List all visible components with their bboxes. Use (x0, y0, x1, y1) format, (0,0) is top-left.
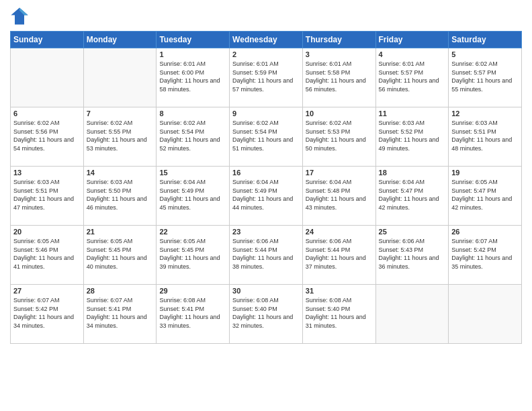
day-number: 30 (232, 287, 300, 295)
day-number: 20 (13, 228, 81, 236)
day-info: Sunrise: 6:07 AM Sunset: 5:42 PM Dayligh… (13, 296, 81, 330)
day-number: 24 (306, 228, 373, 236)
calendar-cell: 28Sunrise: 6:07 AM Sunset: 5:41 PM Dayli… (83, 285, 157, 344)
day-info: Sunrise: 6:01 AM Sunset: 5:57 PM Dayligh… (379, 60, 446, 93)
day-number: 11 (379, 109, 446, 118)
day-header-wednesday: Wednesday (230, 32, 303, 48)
day-number: 9 (232, 109, 300, 118)
logo-icon (10, 7, 29, 26)
day-number: 7 (87, 109, 154, 118)
day-info: Sunrise: 6:02 AM Sunset: 5:57 PM Dayligh… (451, 60, 519, 93)
day-number: 25 (379, 228, 446, 236)
calendar-cell: 2Sunrise: 6:01 AM Sunset: 5:59 PM Daylig… (230, 48, 303, 107)
calendar-cell: 17Sunrise: 6:04 AM Sunset: 5:48 PM Dayli… (302, 167, 375, 226)
day-info: Sunrise: 6:05 AM Sunset: 5:46 PM Dayligh… (13, 237, 81, 271)
day-info: Sunrise: 6:03 AM Sunset: 5:52 PM Dayligh… (379, 119, 446, 152)
calendar-cell: 27Sunrise: 6:07 AM Sunset: 5:42 PM Dayli… (11, 285, 84, 344)
calendar-cell: 19Sunrise: 6:05 AM Sunset: 5:47 PM Dayli… (449, 167, 522, 226)
day-info: Sunrise: 6:04 AM Sunset: 5:49 PM Dayligh… (159, 178, 226, 212)
day-number: 19 (451, 169, 519, 177)
header (10, 7, 522, 26)
calendar-cell: 22Sunrise: 6:05 AM Sunset: 5:45 PM Dayli… (157, 226, 230, 285)
day-info: Sunrise: 6:02 AM Sunset: 5:54 PM Dayligh… (232, 119, 300, 152)
day-info: Sunrise: 6:06 AM Sunset: 5:43 PM Dayligh… (379, 237, 446, 271)
calendar-cell (375, 285, 449, 344)
day-info: Sunrise: 6:01 AM Sunset: 5:59 PM Dayligh… (232, 60, 300, 93)
day-info: Sunrise: 6:07 AM Sunset: 5:42 PM Dayligh… (451, 237, 519, 271)
calendar-week-row: 1Sunrise: 6:01 AM Sunset: 6:00 PM Daylig… (11, 48, 522, 107)
day-number: 13 (13, 169, 81, 177)
calendar-cell: 7Sunrise: 6:02 AM Sunset: 5:55 PM Daylig… (83, 107, 157, 167)
day-info: Sunrise: 6:03 AM Sunset: 5:50 PM Dayligh… (87, 178, 154, 212)
day-info: Sunrise: 6:05 AM Sunset: 5:45 PM Dayligh… (159, 237, 226, 271)
day-info: Sunrise: 6:08 AM Sunset: 5:40 PM Dayligh… (306, 296, 373, 330)
calendar-cell: 11Sunrise: 6:03 AM Sunset: 5:52 PM Dayli… (375, 107, 449, 167)
calendar-cell: 5Sunrise: 6:02 AM Sunset: 5:57 PM Daylig… (449, 48, 522, 107)
day-number: 17 (306, 169, 373, 177)
day-number: 27 (13, 287, 81, 295)
day-number: 4 (379, 50, 446, 58)
day-header-thursday: Thursday (302, 32, 375, 48)
day-header-monday: Monday (83, 32, 157, 48)
page: SundayMondayTuesdayWednesdayThursdayFrid… (0, 0, 532, 411)
day-header-tuesday: Tuesday (157, 32, 230, 48)
calendar-week-row: 20Sunrise: 6:05 AM Sunset: 5:46 PM Dayli… (11, 226, 522, 285)
day-number: 26 (451, 228, 519, 236)
day-info: Sunrise: 6:03 AM Sunset: 5:51 PM Dayligh… (451, 119, 519, 152)
day-info: Sunrise: 6:05 AM Sunset: 5:45 PM Dayligh… (87, 237, 154, 271)
calendar-cell: 10Sunrise: 6:02 AM Sunset: 5:53 PM Dayli… (302, 107, 375, 167)
calendar-cell (83, 48, 157, 107)
calendar-cell: 31Sunrise: 6:08 AM Sunset: 5:40 PM Dayli… (302, 285, 375, 344)
day-info: Sunrise: 6:01 AM Sunset: 6:00 PM Dayligh… (159, 60, 226, 93)
day-info: Sunrise: 6:07 AM Sunset: 5:41 PM Dayligh… (87, 296, 154, 330)
day-info: Sunrise: 6:02 AM Sunset: 5:55 PM Dayligh… (87, 119, 154, 152)
calendar-cell: 21Sunrise: 6:05 AM Sunset: 5:45 PM Dayli… (83, 226, 157, 285)
day-info: Sunrise: 6:02 AM Sunset: 5:53 PM Dayligh… (306, 119, 373, 152)
day-number: 23 (232, 228, 300, 236)
calendar-header-row: SundayMondayTuesdayWednesdayThursdayFrid… (11, 32, 522, 48)
day-number: 22 (159, 228, 226, 236)
calendar-cell: 3Sunrise: 6:01 AM Sunset: 5:58 PM Daylig… (302, 48, 375, 107)
calendar-cell: 9Sunrise: 6:02 AM Sunset: 5:54 PM Daylig… (230, 107, 303, 167)
calendar-week-row: 13Sunrise: 6:03 AM Sunset: 5:51 PM Dayli… (11, 167, 522, 226)
calendar-cell: 14Sunrise: 6:03 AM Sunset: 5:50 PM Dayli… (83, 167, 157, 226)
calendar-week-row: 6Sunrise: 6:02 AM Sunset: 5:56 PM Daylig… (11, 107, 522, 167)
calendar-cell: 13Sunrise: 6:03 AM Sunset: 5:51 PM Dayli… (11, 167, 84, 226)
calendar-cell (449, 285, 522, 344)
calendar-cell: 16Sunrise: 6:04 AM Sunset: 5:49 PM Dayli… (230, 167, 303, 226)
calendar-cell: 4Sunrise: 6:01 AM Sunset: 5:57 PM Daylig… (375, 48, 449, 107)
day-header-friday: Friday (375, 32, 449, 48)
day-number: 28 (87, 287, 154, 295)
day-number: 16 (232, 169, 300, 177)
calendar-cell: 6Sunrise: 6:02 AM Sunset: 5:56 PM Daylig… (11, 107, 84, 167)
day-info: Sunrise: 6:04 AM Sunset: 5:49 PM Dayligh… (232, 178, 300, 212)
day-info: Sunrise: 6:04 AM Sunset: 5:48 PM Dayligh… (306, 178, 373, 212)
day-number: 2 (232, 50, 300, 58)
day-header-sunday: Sunday (11, 32, 84, 48)
calendar-cell: 23Sunrise: 6:06 AM Sunset: 5:44 PM Dayli… (230, 226, 303, 285)
calendar-cell: 15Sunrise: 6:04 AM Sunset: 5:49 PM Dayli… (157, 167, 230, 226)
calendar-cell: 26Sunrise: 6:07 AM Sunset: 5:42 PM Dayli… (449, 226, 522, 285)
day-info: Sunrise: 6:01 AM Sunset: 5:58 PM Dayligh… (306, 60, 373, 93)
day-number: 6 (13, 109, 81, 118)
day-info: Sunrise: 6:08 AM Sunset: 5:41 PM Dayligh… (159, 296, 226, 330)
logo (10, 7, 32, 26)
calendar-cell: 20Sunrise: 6:05 AM Sunset: 5:46 PM Dayli… (11, 226, 84, 285)
calendar-cell (11, 48, 84, 107)
day-info: Sunrise: 6:05 AM Sunset: 5:47 PM Dayligh… (451, 178, 519, 212)
day-number: 14 (87, 169, 154, 177)
calendar-cell: 29Sunrise: 6:08 AM Sunset: 5:41 PM Dayli… (157, 285, 230, 344)
day-number: 1 (159, 50, 226, 58)
day-number: 12 (451, 109, 519, 118)
calendar-cell: 12Sunrise: 6:03 AM Sunset: 5:51 PM Dayli… (449, 107, 522, 167)
day-number: 8 (159, 109, 226, 118)
day-info: Sunrise: 6:02 AM Sunset: 5:54 PM Dayligh… (159, 119, 226, 152)
day-number: 31 (306, 287, 373, 295)
day-info: Sunrise: 6:02 AM Sunset: 5:56 PM Dayligh… (13, 119, 81, 152)
day-number: 3 (306, 50, 373, 58)
day-number: 15 (159, 169, 226, 177)
calendar-cell: 24Sunrise: 6:06 AM Sunset: 5:44 PM Dayli… (302, 226, 375, 285)
calendar-cell: 8Sunrise: 6:02 AM Sunset: 5:54 PM Daylig… (157, 107, 230, 167)
day-info: Sunrise: 6:04 AM Sunset: 5:47 PM Dayligh… (379, 178, 446, 212)
calendar: SundayMondayTuesdayWednesdayThursdayFrid… (10, 31, 522, 344)
